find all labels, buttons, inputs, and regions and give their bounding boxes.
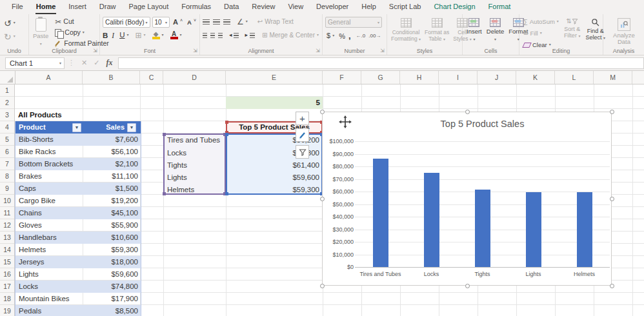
- sales-cell[interactable]: $10,600: [83, 232, 141, 244]
- top5-category-cell[interactable]: Tires and Tubes: [165, 135, 225, 147]
- selection-handle[interactable]: [610, 110, 614, 114]
- paste-button[interactable]: Paste ▾: [32, 17, 50, 47]
- menu-tab-insert[interactable]: Insert: [62, 0, 93, 14]
- table-row[interactable]: Brakes$11,100: [15, 170, 141, 183]
- menu-tab-script-lab[interactable]: Script Lab: [383, 0, 428, 14]
- table-row[interactable]: Handlebars$10,600: [15, 232, 141, 244]
- chart-filters-button[interactable]: [296, 145, 309, 159]
- sales-cell[interactable]: $18,000: [83, 256, 141, 268]
- column-header-K[interactable]: K: [516, 71, 555, 84]
- menu-tab-chart-design[interactable]: Chart Design: [427, 0, 481, 14]
- bar-lights[interactable]: [526, 192, 541, 267]
- merge-center-button[interactable]: ⊞Merge & Center▾: [261, 30, 320, 40]
- font-name-combo[interactable]: Calibri (Body)▾: [103, 17, 150, 28]
- row-header-13[interactable]: 13: [0, 232, 14, 244]
- enter-icon[interactable]: ✓: [90, 59, 103, 67]
- dialog-launcher-icon[interactable]: ⇲: [316, 48, 320, 54]
- currency-button[interactable]: $▾: [325, 31, 336, 41]
- increase-indent-button[interactable]: ▸: [243, 30, 256, 40]
- sales-cell[interactable]: $1,500: [83, 183, 141, 195]
- insert-function-button[interactable]: fx: [103, 58, 116, 68]
- selection-handle[interactable]: [320, 110, 325, 114]
- sales-cell[interactable]: $55,900: [83, 219, 141, 232]
- orientation-button[interactable]: ∠▾: [236, 17, 249, 26]
- menu-tab-review[interactable]: Review: [245, 0, 281, 14]
- top5-category-range[interactable]: Tires and TubesLocksTightsLightsHelmets: [163, 133, 226, 195]
- product-cell[interactable]: Caps: [15, 183, 83, 195]
- align-middle-icon[interactable]: [213, 19, 220, 25]
- product-cell[interactable]: Mountain Bikes: [15, 293, 83, 305]
- cell-e2[interactable]: 5: [226, 97, 323, 109]
- analyze-data-button[interactable]: AnalyzeData: [606, 17, 642, 45]
- menu-tab-view[interactable]: View: [281, 0, 310, 14]
- product-cell[interactable]: Bike Racks: [15, 146, 83, 158]
- formula-input[interactable]: [118, 57, 644, 69]
- column-header-D[interactable]: D: [163, 71, 226, 84]
- fill-button[interactable]: ⊞Fill▾: [522, 28, 560, 38]
- table-row[interactable]: Locks$74,800: [15, 281, 141, 293]
- table-row[interactable]: Helmets$59,300: [15, 244, 141, 256]
- underline-button[interactable]: U▾: [118, 30, 130, 40]
- align-center-icon[interactable]: [210, 33, 215, 38]
- bar-tights[interactable]: [475, 190, 490, 267]
- menu-tab-formulas[interactable]: Formulas: [175, 0, 217, 14]
- sales-cell[interactable]: $2,100: [83, 158, 141, 170]
- row-header-10[interactable]: 10: [0, 195, 14, 207]
- bar-helmets[interactable]: [577, 192, 592, 267]
- dialog-launcher-icon[interactable]: ⇲: [380, 48, 385, 54]
- column-header-F[interactable]: F: [323, 71, 361, 84]
- table-row[interactable]: Chains$45,100: [15, 207, 141, 219]
- menu-tab-draw[interactable]: Draw: [93, 0, 123, 14]
- column-header-I[interactable]: I: [439, 71, 478, 84]
- product-cell[interactable]: Pedals: [15, 305, 83, 316]
- row-header-6[interactable]: 6: [0, 146, 14, 158]
- product-cell[interactable]: Jerseys: [15, 256, 83, 268]
- fill-color-button[interactable]: ◆▾: [151, 30, 165, 40]
- row-header-4[interactable]: 4: [0, 121, 14, 133]
- dialog-launcher-icon[interactable]: ⇲: [93, 48, 97, 54]
- range-handle[interactable]: [163, 133, 166, 136]
- range-handle[interactable]: [225, 121, 228, 124]
- column-header-H[interactable]: H: [400, 71, 439, 84]
- chart-title[interactable]: Top 5 Product Sales: [355, 119, 610, 129]
- sales-cell[interactable]: $56,100: [83, 146, 141, 158]
- product-cell[interactable]: Brakes: [15, 170, 83, 183]
- selection-handle[interactable]: [465, 284, 470, 288]
- percent-button[interactable]: %: [339, 32, 345, 40]
- borders-button[interactable]: ⊞▾: [134, 30, 146, 40]
- name-box[interactable]: Chart 1 ▾: [5, 57, 65, 69]
- decrease-font-button[interactable]: A˅: [186, 17, 197, 27]
- select-all-corner[interactable]: [0, 71, 15, 84]
- sales-cell[interactable]: $17,900: [83, 293, 141, 305]
- italic-button[interactable]: I: [112, 32, 114, 39]
- menu-tab-developer[interactable]: Developer: [310, 0, 355, 14]
- filter-button[interactable]: ▼: [127, 123, 136, 132]
- undo-button[interactable]: ↺▾: [3, 18, 26, 28]
- column-header-G[interactable]: G: [361, 71, 400, 84]
- sales-cell[interactable]: $8,500: [83, 305, 141, 316]
- font-size-combo[interactable]: 10▾: [152, 17, 170, 28]
- top5-category-cell[interactable]: Locks: [165, 147, 225, 159]
- format-as-table-button[interactable]: Format asTable ▾: [423, 17, 450, 43]
- filter-button[interactable]: ▼: [72, 123, 81, 132]
- align-right-icon[interactable]: [218, 33, 223, 38]
- dialog-launcher-icon[interactable]: ⇲: [193, 48, 197, 54]
- increase-font-button[interactable]: A˄: [172, 17, 184, 27]
- row-header-2[interactable]: 2: [0, 97, 14, 109]
- row-header-15[interactable]: 15: [0, 256, 14, 268]
- wrap-text-button[interactable]: ↩Wrap Text: [256, 17, 295, 26]
- top5-category-cell[interactable]: Helmets: [165, 184, 225, 196]
- chart[interactable]: Top 5 Product Sales $100,000$90,000$80,0…: [322, 112, 612, 286]
- column-header-M[interactable]: M: [594, 71, 632, 84]
- top5-value-range[interactable]: $86,200$74,800$61,400$59,600$59,300: [226, 133, 323, 195]
- row-header-12[interactable]: 12: [0, 219, 14, 232]
- top5-value-cell[interactable]: $59,600: [227, 172, 321, 184]
- comma-style-button[interactable]: ,: [348, 31, 351, 41]
- product-cell[interactable]: Bib-Shorts: [15, 133, 83, 146]
- table-row[interactable]: Bike Racks$56,100: [15, 146, 141, 158]
- row-header-16[interactable]: 16: [0, 268, 14, 281]
- sort-filter-button[interactable]: ⇅ Sort &Filter ▾: [563, 17, 582, 39]
- range-handle[interactable]: [225, 133, 228, 136]
- selection-handle[interactable]: [465, 110, 470, 114]
- delete-cells-button[interactable]: Delete▾: [485, 17, 505, 43]
